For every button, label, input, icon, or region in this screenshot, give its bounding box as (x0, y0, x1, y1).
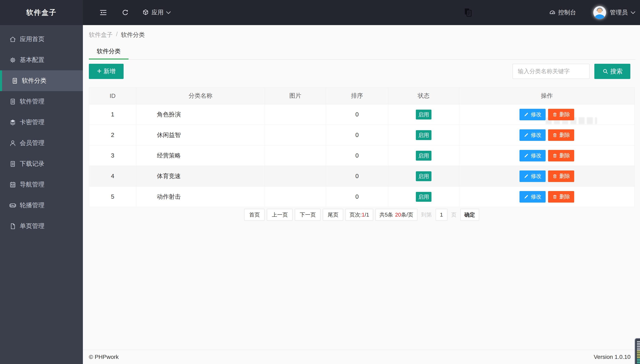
sidebar-item-label: 单页管理 (20, 222, 44, 230)
cell-image (265, 146, 326, 166)
trash-icon (552, 132, 558, 138)
edit-button[interactable]: 修改 (520, 129, 546, 141)
app-logo[interactable]: 软件盒子 (0, 0, 83, 25)
console-button[interactable]: 控制台 (549, 8, 576, 17)
pencil-icon (524, 153, 529, 158)
jump-page-input[interactable] (436, 209, 448, 221)
edit-button-label: 修改 (531, 111, 542, 118)
user-icon (9, 140, 16, 147)
app-root: 软件盒子 应用 (0, 0, 640, 364)
dashboard-icon (549, 9, 556, 16)
cell-id: 2 (89, 125, 136, 146)
status-badge: 启用 (416, 192, 432, 202)
sidebar-collapse-icon[interactable] (99, 8, 108, 17)
tab-bar: 软件分类 (89, 44, 636, 60)
sidebar: 应用首页 基本配置 软件分类 (0, 25, 83, 364)
pagination-last[interactable]: 尾页 (323, 209, 343, 221)
sidebar-item-label: 会员管理 (20, 139, 44, 147)
cell-name: 休闲益智 (136, 125, 265, 146)
pencil-icon (524, 194, 529, 200)
clipboard-icon (9, 181, 16, 188)
sidebar-item-label: 轮播管理 (20, 201, 44, 210)
pagination-first[interactable]: 首页 (244, 209, 265, 221)
delete-button[interactable]: 删除 (548, 129, 574, 141)
sidebar-item-single-page[interactable]: 单页管理 (0, 216, 83, 236)
user-menu[interactable]: 管理员 (610, 8, 635, 17)
search-button[interactable]: 搜索 (594, 64, 630, 79)
sidebar-item-basic-config[interactable]: 基本配置 (0, 50, 83, 70)
pagination-page-info: 页次:1/1 (345, 209, 373, 221)
edit-button[interactable]: 修改 (520, 109, 546, 120)
per-page-count: 20 (395, 212, 401, 218)
edit-button[interactable]: 修改 (520, 170, 546, 182)
avatar[interactable] (593, 6, 606, 19)
footer-copyright: © PHPwork (89, 354, 119, 360)
edit-button-label: 修改 (531, 193, 542, 200)
pagination-next[interactable]: 下一页 (295, 209, 320, 221)
sidebar-item-app-home[interactable]: 应用首页 (0, 29, 83, 50)
table-row: 2 休闲益智 0 启用 修改 删除 (89, 125, 635, 146)
cell-id: 1 (89, 104, 136, 125)
app-menu[interactable]: 应用 (142, 8, 170, 17)
sidebar-item-carousel[interactable]: 轮播管理 (0, 195, 83, 216)
add-button-label: 新增 (104, 67, 116, 76)
sidebar-item-navigation[interactable]: 导航管理 (0, 174, 83, 195)
copy-pages-icon[interactable] (463, 8, 473, 17)
sidebar-item-members[interactable]: 会员管理 (0, 133, 83, 154)
cell-id: 4 (89, 166, 136, 186)
jump-confirm-button[interactable]: 确定 (460, 209, 479, 221)
cell-image (265, 104, 326, 125)
tab-label: 软件分类 (97, 47, 121, 56)
scroll-widget[interactable] (635, 338, 640, 364)
search-input[interactable] (512, 64, 590, 79)
sidebar-item-card-keys[interactable]: 卡密管理 (0, 112, 83, 133)
pagination-prev[interactable]: 上一页 (267, 209, 293, 221)
page-icon (9, 222, 16, 230)
sidebar-item-software-category[interactable]: 软件分类 (0, 70, 83, 91)
status-badge: 启用 (416, 110, 432, 120)
delete-button-label: 删除 (560, 152, 570, 159)
table-row: 5 动作射击 0 启用 修改 删除 (89, 186, 635, 207)
status-badge: 启用 (416, 151, 432, 160)
cell-sort: 0 (326, 125, 388, 146)
tab-software-category[interactable]: 软件分类 (89, 44, 128, 59)
edit-button[interactable]: 修改 (520, 150, 546, 162)
total-count-label: 共5条 (380, 211, 393, 218)
sidebar-item-download-records[interactable]: 下载记录 (0, 154, 83, 174)
document-icon (9, 160, 16, 168)
col-header-image: 图片 (265, 88, 326, 104)
scroll-widget-stripes-yellow (637, 351, 640, 359)
edit-button-label: 修改 (531, 152, 542, 159)
breadcrumb-root[interactable]: 软件盒子 (89, 31, 113, 39)
console-label: 控制台 (558, 8, 576, 17)
chevron-down-icon (631, 10, 636, 14)
user-menu-label: 管理员 (610, 8, 628, 17)
delete-button[interactable]: 删除 (548, 150, 574, 162)
delete-button-label: 删除 (560, 193, 570, 200)
cell-sort: 0 (326, 186, 388, 207)
tab-active-indicator (89, 58, 128, 60)
edit-button-label: 修改 (531, 172, 542, 180)
add-button[interactable]: + 新增 (89, 64, 124, 79)
scroll-widget-stripes-white (637, 341, 640, 351)
cell-sort: 0 (326, 166, 388, 186)
category-table: ID 分类名称 图片 排序 状态 操作 1 角色扮演 0 启用 (89, 88, 635, 207)
delete-button-label: 删除 (560, 172, 570, 180)
sidebar-item-software-manage[interactable]: 软件管理 (0, 91, 83, 112)
sidebar-item-label: 应用首页 (20, 35, 44, 44)
page-info-total: /1 (365, 212, 369, 218)
trash-icon (552, 194, 558, 200)
refresh-icon[interactable] (121, 8, 129, 17)
cell-id: 5 (89, 186, 136, 207)
jump-prefix-label: 到第 (420, 211, 434, 218)
delete-button[interactable]: 删除 (548, 191, 574, 202)
edit-button[interactable]: 修改 (520, 191, 546, 202)
cell-sort: 0 (326, 104, 388, 125)
sidebar-item-label: 软件管理 (20, 97, 44, 106)
delete-button[interactable]: 删除 (548, 109, 574, 120)
delete-button[interactable]: 删除 (548, 170, 574, 182)
cell-name: 角色扮演 (136, 104, 265, 125)
pencil-icon (524, 174, 529, 179)
breadcrumb: 软件盒子 / 软件分类 (89, 31, 145, 39)
table-header-row: ID 分类名称 图片 排序 状态 操作 (89, 88, 635, 104)
